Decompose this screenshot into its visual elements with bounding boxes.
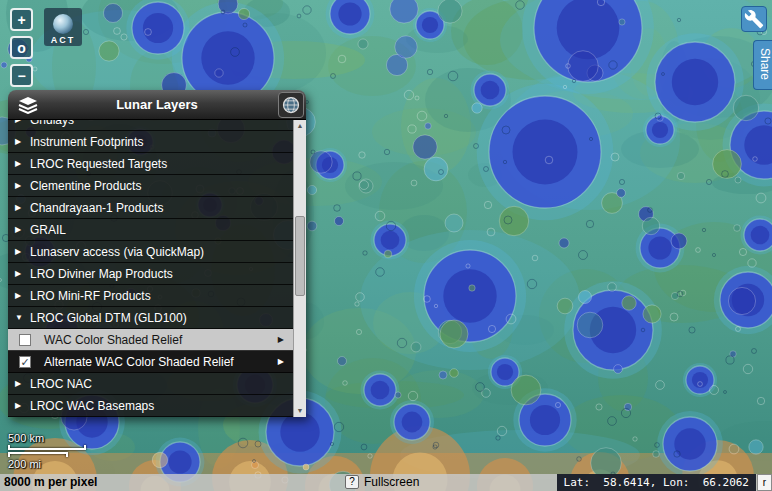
corner-resize-button[interactable]: r: [757, 474, 772, 491]
layer-row-lroc-global-dtm[interactable]: ▼ LROC Global DTM (GLD100): [8, 307, 293, 329]
globe-graphic-icon: [53, 14, 73, 34]
share-tab[interactable]: Share: [753, 40, 772, 90]
layer-row-lroc-wac-basemaps[interactable]: ▶ LROC WAC Basemaps: [8, 395, 293, 417]
chevron-right-icon: ▶: [15, 137, 28, 146]
tools-button[interactable]: [741, 6, 767, 32]
zoom-controls: + o −: [10, 8, 33, 87]
help-button[interactable]: ?: [345, 475, 359, 489]
layers-icon: [18, 96, 38, 114]
app-window: + o − ACT Share Lunar Layers: [0, 0, 772, 491]
scale-mi-line: [8, 452, 68, 457]
scale-km-line: [8, 445, 86, 450]
chevron-right-icon: ▶: [15, 159, 28, 168]
lat-lon-readout: Lat: 58.6414, Lon: 66.2062: [557, 474, 756, 491]
layer-row-lro-mini-rf[interactable]: ▶ LRO Mini-RF Products: [8, 285, 293, 307]
chevron-right-icon: ▶: [15, 291, 28, 300]
sublayer-row-alternate-wac-color-shaded-relief[interactable]: ✓ Alternate WAC Color Shaded Relief ▶: [8, 351, 293, 373]
act-logo[interactable]: ACT: [44, 8, 82, 46]
scrollbar-thumb[interactable]: [295, 216, 305, 296]
chevron-right-icon: ▶: [15, 247, 28, 256]
layer-row-lunaserv-access[interactable]: ▶ Lunaserv access (via QuickMap): [8, 241, 293, 263]
globe-view-button[interactable]: [278, 92, 304, 118]
layers-list: ▶ Gridlays ▶ Instrument Footprints ▶ LRO…: [8, 120, 306, 417]
resolution-label: 8000 m per pixel: [4, 475, 97, 489]
chevron-right-icon: ▶: [15, 120, 28, 124]
chevron-down-icon: ▼: [15, 313, 28, 322]
chevron-right-icon: ▶: [278, 357, 284, 366]
scale-bar: 500 km 200 mi: [8, 432, 86, 470]
zoom-out-button[interactable]: −: [10, 64, 33, 87]
layer-row-lro-diviner[interactable]: ▶ LRO Diviner Map Products: [8, 263, 293, 285]
scroll-up-icon[interactable]: ▲: [294, 120, 306, 132]
layer-row-lroc-nac[interactable]: ▶ LROC NAC: [8, 373, 293, 395]
chevron-right-icon: ▶: [278, 335, 284, 344]
panel-scrollbar[interactable]: ▲ ▼: [293, 120, 306, 417]
chevron-right-icon: ▶: [15, 269, 28, 278]
zoom-extent-button[interactable]: o: [10, 36, 33, 59]
layer-row-chandrayaan-products[interactable]: ▶ Chandrayaan-1 Products: [8, 197, 293, 219]
scroll-down-icon[interactable]: ▼: [294, 405, 306, 417]
zoom-in-button[interactable]: +: [10, 8, 33, 31]
layers-panel: Lunar Layers ▶ Gridlays ▶ In: [8, 90, 306, 417]
chevron-right-icon: ▶: [15, 181, 28, 190]
scale-km-label: 500 km: [8, 432, 86, 444]
sublayer-row-wac-color-shaded-relief[interactable]: WAC Color Shaded Relief ▶: [8, 329, 293, 351]
layer-row-instrument-footprints[interactable]: ▶ Instrument Footprints: [8, 131, 293, 153]
act-logo-label: ACT: [51, 35, 76, 46]
globe-icon: [281, 95, 301, 115]
chevron-right-icon: ▶: [15, 401, 28, 410]
panel-title: Lunar Layers: [116, 97, 198, 112]
status-bar: 8000 m per pixel ? Fullscreen Lat: 58.64…: [0, 474, 772, 491]
layer-row-gridlays[interactable]: ▶ Gridlays: [8, 120, 293, 131]
checkbox-unchecked[interactable]: [19, 334, 31, 346]
layer-row-grail[interactable]: ▶ GRAIL: [8, 219, 293, 241]
chevron-right-icon: ▶: [15, 225, 28, 234]
scale-mi-label: 200 mi: [8, 458, 86, 470]
chevron-right-icon: ▶: [15, 379, 28, 388]
layer-row-clementine-products[interactable]: ▶ Clementine Products: [8, 175, 293, 197]
layer-row-lroc-requested-targets[interactable]: ▶ LROC Requested Targets: [8, 153, 293, 175]
checkbox-checked[interactable]: ✓: [19, 356, 31, 368]
layers-panel-header[interactable]: Lunar Layers: [8, 90, 306, 120]
fullscreen-button[interactable]: Fullscreen: [364, 475, 419, 489]
chevron-right-icon: ▶: [15, 203, 28, 212]
wrench-icon: [744, 9, 764, 29]
